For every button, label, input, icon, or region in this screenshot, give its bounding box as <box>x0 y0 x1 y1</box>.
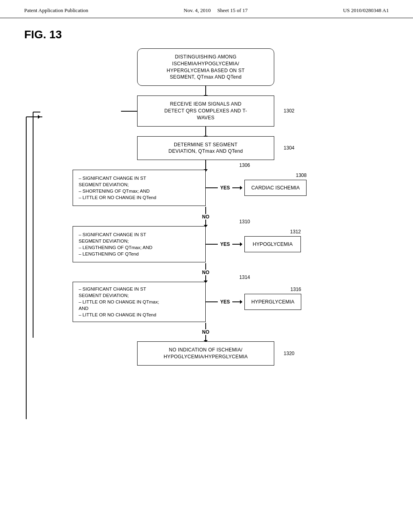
no-connector-3: NO <box>139 323 272 341</box>
page-header: Patent Application Publication Nov. 4, 2… <box>0 0 413 18</box>
condition-box-2: – SIGNIFICANT CHANGE IN ST SEGMENT DEVIA… <box>73 226 206 262</box>
no-label-1: NO <box>202 214 209 220</box>
yes-line-2a <box>206 244 218 245</box>
no-line-1 <box>205 208 206 214</box>
flowchart-main-column: DISTINGUISHING AMONG ISCHEMIA/HYPOGLYCEM… <box>40 48 371 366</box>
box-1302-text: RECEIVE IEGM SIGNALS AND DETECT QRS COMP… <box>164 101 247 121</box>
no-line-3 <box>205 323 206 329</box>
yes-label-2: YES <box>220 241 230 247</box>
outcome-1-text: CARDIAC ISCHEMIA <box>251 185 300 191</box>
decision-row-1: – SIGNIFICANT CHANGE IN ST SEGMENT DEVIA… <box>73 170 339 206</box>
no-label-2: NO <box>202 270 209 275</box>
yes-line-3b <box>232 301 240 302</box>
label-1310: 1310 <box>239 219 250 224</box>
figure-label: FIG. 13 <box>24 28 62 41</box>
arrow-3 <box>205 160 206 170</box>
no-arrow-3 <box>205 335 206 341</box>
decision-row-2: – SIGNIFICANT CHANGE IN ST SEGMENT DEVIA… <box>73 226 339 262</box>
box-1304: DETERMINE ST SEGMENT DEVIATION, QTmax AN… <box>137 136 274 160</box>
decision-row-3: – SIGNIFICANT CHANGE IN ST SEGMENT DEVIA… <box>73 282 339 322</box>
condition-1-text: – SIGNIFICANT CHANGE IN ST SEGMENT DEVIA… <box>79 175 200 201</box>
no-arrow-1 <box>205 220 206 225</box>
back-connect-line <box>121 111 137 112</box>
no-arrow-2 <box>205 275 206 281</box>
header-date-sheet: Nov. 4, 2010 Sheet 15 of 17 <box>184 7 248 14</box>
header-publication: Patent Application Publication <box>24 7 88 14</box>
arrow-1 <box>205 86 206 96</box>
label-1304: 1304 <box>284 145 294 151</box>
top-description-text: DISTINGUISHING AMONG ISCHEMIA/HYPOGLYCEM… <box>167 54 244 80</box>
condition-2-text: – SIGNIFICANT CHANGE IN ST SEGMENT DEVIA… <box>79 231 200 257</box>
box-1302: RECEIVE IEGM SIGNALS AND DETECT QRS COMP… <box>137 96 274 126</box>
yes-branch-2: YES HYPOGLYCEMIA 1312 <box>206 236 301 252</box>
outcome-2-text: HYPOGLYCEMIA <box>252 241 292 247</box>
outcome-box-1: CARDIAC ISCHEMIA <box>244 180 307 196</box>
label-1312: 1312 <box>290 229 301 235</box>
yes-line-1a <box>206 187 218 188</box>
outcome-3-text: HYPERGLYCEMIA <box>251 299 294 305</box>
no-connector-2: NO <box>139 263 272 281</box>
feedback-arrow-svg <box>20 117 42 419</box>
top-description-box: DISTINGUISHING AMONG ISCHEMIA/HYPOGLYCEM… <box>137 48 274 86</box>
box-1320-wrapper: NO INDICATION OF ISCHEMIA/ HYPOGLYCEMIA/… <box>137 341 274 366</box>
condition-3-text: – SIGNIFICANT CHANGE IN ST SEGMENT DEVIA… <box>79 286 200 318</box>
no-connector-1: NO <box>139 207 272 225</box>
flowchart-container: DISTINGUISHING AMONG ISCHEMIA/HYPOGLYCEM… <box>40 48 371 366</box>
label-1314: 1314 <box>239 274 250 280</box>
label-1320: 1320 <box>284 351 294 356</box>
outcome-box-2: HYPOGLYCEMIA <box>244 236 301 252</box>
box-1304-text: DETERMINE ST SEGMENT DEVIATION, QTmax AN… <box>169 142 243 154</box>
label-1306: 1306 <box>239 162 250 168</box>
outcome-box-3: HYPERGLYCEMIA <box>244 294 301 310</box>
no-label-3: NO <box>202 329 209 335</box>
header-patent-number: US 2010/0280348 A1 <box>343 7 389 14</box>
header-date: Nov. 4, 2010 <box>184 7 211 13</box>
box-1304-wrapper: DETERMINE ST SEGMENT DEVIATION, QTmax AN… <box>137 136 274 160</box>
yes-line-2b <box>232 244 240 245</box>
yes-label-3: YES <box>220 299 230 305</box>
arrow-2 <box>205 127 206 136</box>
yes-branch-1: YES CARDIAC ISCHEMIA 1308 <box>206 180 307 196</box>
box-1320: NO INDICATION OF ISCHEMIA/ HYPOGLYCEMIA/… <box>137 341 274 366</box>
yes-line-3a <box>206 301 218 302</box>
label-1302: 1302 <box>284 108 294 114</box>
box-1320-text: NO INDICATION OF ISCHEMIA/ HYPOGLYCEMIA/… <box>164 347 248 360</box>
yes-label-1: YES <box>220 185 230 191</box>
box-1302-wrapper: RECEIVE IEGM SIGNALS AND DETECT QRS COMP… <box>137 96 274 126</box>
label-1308: 1308 <box>296 172 307 178</box>
no-line-2 <box>205 263 206 270</box>
condition-box-3: – SIGNIFICANT CHANGE IN ST SEGMENT DEVIA… <box>73 282 206 322</box>
header-sheet: Sheet 15 of 17 <box>217 7 248 13</box>
label-1316: 1316 <box>290 287 301 292</box>
yes-branch-3: YES HYPERGLYCEMIA 1316 <box>206 294 301 310</box>
condition-box-1: – SIGNIFICANT CHANGE IN ST SEGMENT DEVIA… <box>73 170 206 206</box>
yes-line-1b <box>232 187 240 188</box>
top-box-wrapper: DISTINGUISHING AMONG ISCHEMIA/HYPOGLYCEM… <box>137 48 274 86</box>
